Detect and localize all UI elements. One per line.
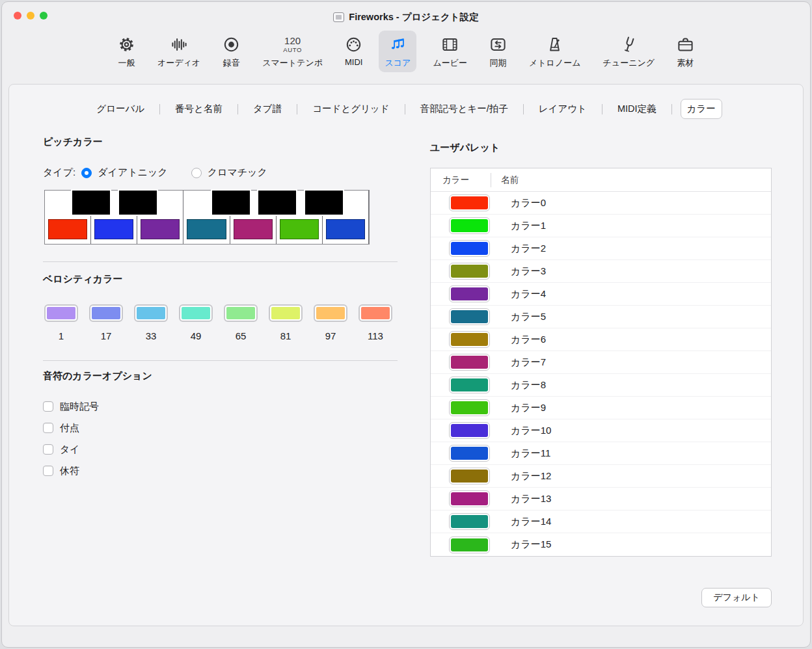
palette-row[interactable]: カラー1 [431,215,771,237]
velocity-color-well[interactable] [359,304,392,322]
palette-row[interactable]: カラー0 [431,192,771,215]
velocity-color-well[interactable] [134,304,168,322]
palette-row[interactable]: カラー12 [431,465,771,488]
palette-color-well[interactable] [449,354,490,371]
palette-color-name[interactable]: カラー12 [511,470,551,483]
velocity-color-well[interactable] [224,304,258,322]
palette-row[interactable]: カラー15 [431,533,771,556]
checkbox-ties[interactable] [43,444,53,455]
palette-row[interactable]: カラー4 [431,283,771,306]
palette-color-well[interactable] [449,217,490,234]
palette-row[interactable]: カラー3 [431,260,771,283]
minimize-button[interactable] [27,12,34,20]
pitch-color-swatch[interactable] [141,219,180,239]
pitch-color-swatch[interactable] [48,219,87,239]
palette-color-name[interactable]: カラー11 [511,447,550,460]
palette-color-name[interactable]: カラー10 [511,425,551,437]
palette-color-well[interactable] [449,194,490,211]
toolbar-item-recording[interactable]: 録音 [217,31,246,72]
velocity-color-well[interactable] [44,304,78,322]
palette-color-well[interactable] [449,285,490,302]
radio-chromatic-label[interactable]: クロマチック [208,166,267,179]
palette-color-name[interactable]: カラー9 [511,402,546,414]
palette-color-well[interactable] [449,399,490,416]
checkbox-accidentals[interactable] [43,401,53,412]
palette-color-well[interactable] [449,331,490,348]
palette-row[interactable]: カラー11 [431,442,771,465]
tab-global[interactable]: グローバル [90,99,151,119]
palette-color-name[interactable]: カラー14 [511,516,551,528]
palette-color-name[interactable]: カラー6 [511,334,546,346]
tab-clefs-signatures[interactable]: 音部記号とキー/拍子 [414,99,515,119]
checkbox-row-dots[interactable]: 付点 [43,422,398,434]
palette-row[interactable]: カラー8 [431,374,771,397]
palette-row[interactable]: カラー10 [431,419,771,442]
radio-diatonic-label[interactable]: ダイアトニック [98,166,167,179]
palette-row[interactable]: カラー14 [431,510,771,533]
toolbar-item-assets[interactable]: 素材 [671,31,700,72]
velocity-color-well[interactable] [269,304,303,322]
project-settings-window: Fireworks - プロジェクト設定 一般 オーディオ [1,1,811,648]
palette-color-name[interactable]: カラー3 [511,265,546,278]
palette-color-name[interactable]: カラー13 [511,493,551,505]
palette-color-well[interactable] [449,513,490,530]
checkbox-dots[interactable] [43,423,53,433]
pitch-color-swatch[interactable] [326,219,365,239]
toolbar-item-midi[interactable]: MIDI [339,31,368,70]
palette-color-well[interactable] [449,377,490,393]
tab-layout[interactable]: レイアウト [532,99,593,119]
pitch-color-swatch[interactable] [94,219,133,239]
toolbar-item-tuning[interactable]: チューニング [597,31,661,72]
toolbar-item-audio[interactable]: オーディオ [152,31,206,72]
tab-numbers-names[interactable]: 番号と名前 [169,99,229,119]
palette-color-well[interactable] [449,468,490,484]
palette-color-name[interactable]: カラー8 [511,379,546,391]
tab-tablature[interactable]: タブ譜 [247,99,288,119]
velocity-color-well[interactable] [179,304,213,322]
toolbar-item-synchronization[interactable]: 同期 [483,31,513,72]
toolbar-item-movie[interactable]: ムービー [427,31,473,72]
tab-chords-grids[interactable]: コードとグリッド [306,99,396,119]
checkbox-rests[interactable] [43,466,53,476]
toolbar-item-smart-tempo[interactable]: 120 AUTO スマートテンポ [256,31,329,72]
zoom-button[interactable] [40,12,47,20]
palette-color-name[interactable]: カラー15 [511,538,551,551]
palette-color-well[interactable] [449,308,490,325]
palette-color-well[interactable] [449,445,490,462]
checkbox-row-ties[interactable]: タイ [43,444,398,455]
palette-row[interactable]: カラー6 [431,328,771,351]
palette-color-well[interactable] [449,536,490,553]
default-button[interactable]: デフォルト [701,588,772,607]
palette-color-name[interactable]: カラー5 [511,311,546,323]
palette-row[interactable]: カラー7 [431,351,771,374]
radio-chromatic[interactable] [191,168,202,178]
tab-colors[interactable]: カラー [681,99,722,119]
tab-midi-meaning[interactable]: MIDI定義 [611,99,663,119]
palette-color-well[interactable] [449,263,490,280]
palette-row[interactable]: カラー5 [431,306,771,328]
palette-row[interactable]: カラー13 [431,488,771,510]
palette-color-well[interactable] [449,240,490,257]
velocity-color-well[interactable] [314,304,347,322]
pitch-color-swatch[interactable] [187,219,226,239]
velocity-color-well[interactable] [89,304,123,322]
toolbar-item-metronome[interactable]: メトロノーム [523,31,587,72]
toolbar-item-score[interactable]: スコア [379,31,416,72]
pitch-color-swatch[interactable] [234,219,273,239]
radio-diatonic[interactable] [81,168,92,178]
palette-color-name[interactable]: カラー2 [511,243,546,255]
palette-color-name[interactable]: カラー1 [511,220,546,232]
palette-color-name[interactable]: カラー4 [511,288,546,300]
palette-color-name[interactable]: カラー0 [511,197,546,209]
checkbox-row-rests[interactable]: 休符 [43,465,398,477]
palette-color-well[interactable] [449,490,490,507]
toolbar-item-general[interactable]: 一般 [112,31,141,72]
close-button[interactable] [14,12,21,20]
pitch-color-swatch[interactable] [280,219,319,239]
palette-row[interactable]: カラー9 [431,397,771,419]
palette-color-fill [451,447,488,460]
checkbox-row-accidentals[interactable]: 臨時記号 [43,401,398,412]
palette-row[interactable]: カラー2 [431,237,771,260]
palette-color-name[interactable]: カラー7 [511,356,546,369]
palette-color-well[interactable] [449,422,490,439]
